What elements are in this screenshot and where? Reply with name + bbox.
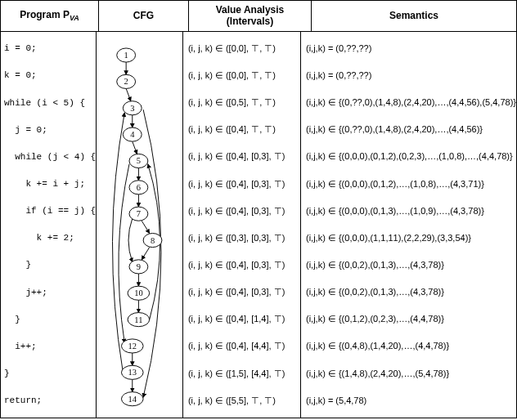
va-cell: (i, j, k) ∈ ([0,3], [0,3], ⊤) [183, 226, 300, 250]
cfg-node: 14 [122, 391, 144, 405]
va-cell: (i, j, k) ∈ ([0,4], [0,3], ⊤) [183, 145, 300, 169]
svg-text:14: 14 [128, 394, 137, 403]
code-line: k = 0; [1, 63, 96, 87]
va-cell: (i, j, k) ∈ ([0,4], [0,3], ⊤) [183, 172, 300, 196]
svg-text:11: 11 [135, 315, 143, 324]
cfg-node: 2 [117, 74, 136, 88]
header-value-analysis: Value Analysis (Intervals) [189, 1, 312, 31]
header-va-line2: (Intervals) [227, 16, 273, 27]
sem-cell: (i,j,k) ∈ {(0,0,0),(0,1,2),…,(1,0,8),…,(… [301, 172, 516, 196]
va-cell: (i, j, k) ∈ ([0,5], ⊤, ⊤) [183, 91, 300, 115]
value-analysis-column: (i, j, k) ∈ ([0,0], ⊤, ⊤) (i, j, k) ∈ ([… [183, 32, 301, 418]
code-line: k += i + j; [1, 172, 96, 196]
cfg-node: 6 [129, 181, 148, 194]
svg-text:12: 12 [128, 342, 137, 351]
analysis-table: Program PVA CFG Value Analysis (Interval… [0, 0, 517, 418]
cfg-node: 10 [128, 286, 150, 300]
code-line: j = 0; [1, 118, 96, 142]
svg-text:9: 9 [137, 262, 141, 271]
semantics-column: (i,j,k) = (0,??,??) (i,j,k) = (0,??,??) … [301, 32, 516, 418]
svg-text:7: 7 [137, 209, 141, 218]
svg-text:4: 4 [130, 130, 135, 139]
code-line: while (j < 4) { [1, 145, 96, 169]
header-program-sub: VA [70, 14, 79, 22]
sem-cell: (i,j,k) ∈ {(0,0,2),(0,1,3),…,(4,3,78)} [301, 280, 516, 305]
svg-text:5: 5 [137, 156, 141, 165]
svg-text:1: 1 [124, 51, 128, 60]
cfg-node: 1 [117, 48, 136, 62]
header-program: Program PVA [1, 1, 99, 31]
cfg-node: 3 [124, 101, 142, 114]
header-program-text: Program P [20, 9, 70, 20]
code-line: k += 2; [1, 226, 96, 250]
svg-text:13: 13 [128, 368, 137, 377]
va-cell: (i, j, k) ∈ ([0,4], [1,4], ⊤) [183, 307, 300, 332]
code-line: j++; [1, 280, 96, 305]
sem-cell: (i,j,k) ∈ {(0,0,0),(1,1,11),(2,2,29),(3,… [301, 226, 516, 250]
sem-cell: (i,j,k) ∈ {(0,0,0),(0,1,3),…,(1,0,9),…,(… [301, 199, 516, 223]
sem-cell: (i,j,k) ∈ {(0,??,0),(1,4,8),(2,4,20),…,(… [301, 118, 516, 142]
sem-cell: (i,j,k) ∈ {(0,??,0),(1,4,8),(2,4,20),…,(… [301, 91, 516, 115]
cfg-node: 12 [122, 339, 144, 353]
sem-cell: (i,j,k) ∈ {(1,4,8),(2,4,20),…,(5,4,78)} [301, 361, 516, 386]
program-column: i = 0; k = 0; while (i < 5) { j = 0; whi… [1, 32, 97, 418]
cfg-node: 8 [143, 233, 162, 247]
table-body: i = 0; k = 0; while (i < 5) { j = 0; whi… [1, 32, 516, 418]
va-cell: (i, j, k) ∈ ([0,0], ⊤, ⊤) [183, 63, 300, 87]
code-line: i = 0; [1, 36, 96, 60]
header-cfg: CFG [99, 1, 189, 31]
svg-text:8: 8 [151, 235, 155, 244]
sem-cell: (i,j,k) ∈ {(0,4,8),(1,4,20),…,(4,4,78)} [301, 334, 516, 359]
cfg-node: 4 [124, 127, 142, 141]
code-line: } [1, 361, 96, 386]
code-line: } [1, 307, 96, 332]
sem-cell: (i,j,k) = (0,??,??) [301, 63, 516, 87]
cfg-node: 5 [129, 154, 148, 168]
sem-cell: (i,j,k) = (5,4,78) [301, 388, 516, 413]
va-cell: (i, j, k) ∈ ([0,4], [0,3], ⊤) [183, 199, 300, 223]
svg-text:3: 3 [130, 104, 134, 113]
cfg-node: 13 [122, 365, 144, 379]
code-line: i++; [1, 334, 96, 359]
sem-cell: (i,j,k) ∈ {(0,0,0),(0,1,2),(0,2,3),…,(1,… [301, 145, 516, 169]
va-cell: (i, j, k) ∈ ([0,4], [0,3], ⊤) [183, 280, 300, 305]
va-cell: (i, j, k) ∈ ([0,4], [4,4], ⊤) [183, 334, 300, 359]
va-cell: (i, j, k) ∈ ([5,5], ⊤, ⊤) [183, 388, 300, 413]
cfg-node: 11 [128, 312, 150, 326]
cfg-column: 1 2 3 4 5 6 7 8 9 10 11 12 13 14 [97, 32, 183, 418]
va-cell: (i, j, k) ∈ ([1,5], [4,4], ⊤) [183, 361, 300, 386]
svg-text:2: 2 [124, 77, 128, 86]
code-line: return; [1, 388, 96, 413]
cfg-node: 9 [129, 260, 148, 274]
svg-text:6: 6 [137, 183, 141, 192]
va-cell: (i, j, k) ∈ ([0,4], ⊤, ⊤) [183, 118, 300, 142]
sem-cell: (i,j,k) = (0,??,??) [301, 36, 516, 60]
cfg-diagram: 1 2 3 4 5 6 7 8 9 10 11 12 13 14 [97, 35, 182, 414]
va-cell: (i, j, k) ∈ ([0,0], ⊤, ⊤) [183, 36, 300, 60]
cfg-node: 7 [129, 207, 148, 221]
code-line: if (i == j) { [1, 199, 96, 223]
va-cell: (i, j, k) ∈ ([0,4], [0,3], ⊤) [183, 252, 300, 277]
header-program-label: Program PVA [20, 9, 79, 23]
svg-text:10: 10 [134, 288, 142, 297]
header-semantics: Semantics [312, 1, 516, 31]
code-line: while (i < 5) { [1, 91, 96, 115]
code-line: } [1, 252, 96, 277]
table-header-row: Program PVA CFG Value Analysis (Interval… [1, 1, 516, 32]
header-va-line1: Value Analysis [216, 4, 285, 16]
sem-cell: (i,j,k) ∈ {(0,1,2),(0,2,3),…,(4,4,78)} [301, 307, 516, 332]
sem-cell: (i,j,k) ∈ {(0,0,2),(0,1,3),…,(4,3,78)} [301, 252, 516, 277]
